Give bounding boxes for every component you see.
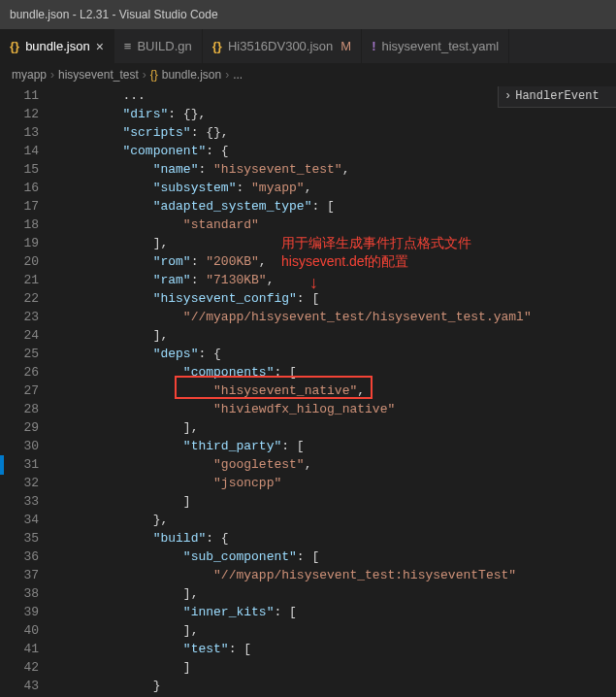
code-content[interactable]: ], bbox=[62, 621, 616, 640]
chevron-right-icon: › bbox=[504, 87, 511, 106]
code-content[interactable]: "hisysevent_config": [ bbox=[62, 289, 616, 308]
annotation-text: 用于编译生成事件打点格式文件 hisysevent.def的配置 bbox=[281, 234, 471, 271]
code-content[interactable]: ] bbox=[62, 492, 616, 511]
code-line[interactable]: 14 "component": { bbox=[0, 142, 616, 160]
code-content[interactable]: "standard" bbox=[62, 216, 616, 234]
code-line[interactable]: 28 "hiviewdfx_hilog_native" bbox=[0, 400, 616, 418]
code-line[interactable]: 24 ], bbox=[0, 326, 616, 345]
code-content[interactable]: "name": "hisysevent_test", bbox=[62, 160, 616, 179]
code-line[interactable]: 35 "build": { bbox=[0, 529, 616, 548]
code-content[interactable]: "//myapp/hisysevent_test/hisysevent_test… bbox=[62, 308, 616, 326]
tab-label: bundle.json bbox=[25, 39, 90, 53]
line-number: 19 bbox=[0, 234, 43, 252]
code-editor[interactable]: › HandlerEvent 用于编译生成事件打点格式文件 hisysevent… bbox=[0, 86, 616, 697]
code-content[interactable]: "scripts": {}, bbox=[62, 123, 616, 142]
code-content[interactable]: }, bbox=[62, 511, 616, 529]
code-line[interactable]: 26 "components": [ bbox=[0, 363, 616, 382]
code-content[interactable]: ], bbox=[62, 326, 616, 345]
json-icon: {} bbox=[212, 39, 222, 53]
outline-panel[interactable]: › HandlerEvent bbox=[498, 86, 616, 108]
code-line[interactable]: 17 "adapted_system_type": [ bbox=[0, 197, 616, 216]
code-content[interactable]: "sub_component": [ bbox=[62, 548, 616, 566]
close-icon[interactable]: × bbox=[96, 39, 104, 54]
outline-item-label: HandlerEvent bbox=[515, 87, 599, 106]
code-content[interactable]: "third_party": [ bbox=[62, 437, 616, 455]
code-content[interactable]: "deps": { bbox=[62, 345, 616, 363]
line-number: 17 bbox=[0, 197, 43, 216]
code-content[interactable]: ] bbox=[62, 658, 616, 677]
breadcrumb-part[interactable]: bundle.json bbox=[162, 68, 221, 82]
line-number: 26 bbox=[0, 363, 43, 382]
code-content[interactable]: "component": { bbox=[62, 142, 616, 160]
code-line[interactable]: 30 "third_party": [ bbox=[0, 437, 616, 455]
line-number: 36 bbox=[0, 548, 43, 566]
code-line[interactable]: 41 "test": [ bbox=[0, 640, 616, 658]
code-line[interactable]: 43 } bbox=[0, 677, 616, 695]
line-number: 43 bbox=[0, 677, 43, 695]
code-line[interactable]: 18 "standard" bbox=[0, 216, 616, 234]
line-number: 35 bbox=[0, 529, 43, 548]
code-content[interactable]: "inner_kits": [ bbox=[62, 603, 616, 621]
breadcrumb-part[interactable]: myapp bbox=[12, 68, 47, 82]
window-title: bundle.json - L2.31 - Visual Studio Code bbox=[10, 8, 218, 21]
chevron-right-icon: › bbox=[225, 68, 229, 82]
code-line[interactable]: 29 ], bbox=[0, 418, 616, 437]
line-number: 29 bbox=[0, 418, 43, 437]
line-number: 38 bbox=[0, 584, 43, 603]
code-content[interactable]: "//myapp/hisysevent_test:hisyseventTest" bbox=[62, 566, 616, 584]
line-number: 12 bbox=[0, 105, 43, 123]
code-line[interactable]: 23 "//myapp/hisysevent_test/hisysevent_t… bbox=[0, 308, 616, 326]
line-number: 16 bbox=[0, 179, 43, 197]
line-number: 40 bbox=[0, 621, 43, 640]
line-number: 18 bbox=[0, 216, 43, 234]
code-content[interactable]: "test": [ bbox=[62, 640, 616, 658]
tab-bundle-json[interactable]: {} bundle.json × bbox=[0, 29, 114, 63]
line-number: 39 bbox=[0, 603, 43, 621]
code-content[interactable]: "components": [ bbox=[62, 363, 616, 382]
tab-hisysevent-yaml[interactable]: ! hisysevent_test.yaml bbox=[362, 29, 509, 63]
code-line[interactable]: 40 ], bbox=[0, 621, 616, 640]
code-content[interactable]: "hisysevent_native", bbox=[62, 382, 616, 400]
code-line[interactable]: 13 "scripts": {}, bbox=[0, 123, 616, 142]
code-content[interactable]: "build": { bbox=[62, 529, 616, 548]
code-content[interactable]: "ram": "7130KB", bbox=[62, 271, 616, 289]
chevron-right-icon: › bbox=[50, 68, 54, 82]
code-content[interactable]: "hiviewdfx_hilog_native" bbox=[62, 400, 616, 418]
line-number: 41 bbox=[0, 640, 43, 658]
code-line[interactable]: 31 "googletest", bbox=[0, 455, 616, 474]
code-line[interactable]: 37 "//myapp/hisysevent_test:hisyseventTe… bbox=[0, 566, 616, 584]
code-content[interactable]: "jsoncpp" bbox=[62, 474, 616, 492]
line-number: 30 bbox=[0, 437, 43, 455]
breadcrumb-part[interactable]: hisysevent_test bbox=[58, 68, 139, 82]
code-line[interactable]: 34 }, bbox=[0, 511, 616, 529]
code-content[interactable]: "subsystem": "myapp", bbox=[62, 179, 616, 197]
code-line[interactable]: 33 ] bbox=[0, 492, 616, 511]
code-line[interactable]: 36 "sub_component": [ bbox=[0, 548, 616, 566]
code-content[interactable]: ], bbox=[62, 418, 616, 437]
json-icon: {} bbox=[10, 39, 19, 53]
code-line[interactable]: 27 "hisysevent_native", bbox=[0, 382, 616, 400]
code-content[interactable]: } bbox=[62, 677, 616, 695]
code-content[interactable]: ], bbox=[62, 584, 616, 603]
line-number: 42 bbox=[0, 658, 43, 677]
chevron-right-icon: › bbox=[143, 68, 146, 82]
code-line[interactable]: 32 "jsoncpp" bbox=[0, 474, 616, 492]
code-line[interactable]: 16 "subsystem": "myapp", bbox=[0, 179, 616, 197]
titlebar[interactable]: bundle.json - L2.31 - Visual Studio Code bbox=[0, 0, 616, 29]
code-content[interactable]: "googletest", bbox=[62, 455, 616, 474]
code-line[interactable]: 25 "deps": { bbox=[0, 345, 616, 363]
breadcrumb-part[interactable]: ... bbox=[233, 68, 243, 82]
line-number: 15 bbox=[0, 160, 43, 179]
line-number: 27 bbox=[0, 382, 43, 400]
tab-label: hisysevent_test.yaml bbox=[382, 39, 500, 53]
line-number: 20 bbox=[0, 252, 43, 271]
line-number: 33 bbox=[0, 492, 43, 511]
code-line[interactable]: 39 "inner_kits": [ bbox=[0, 603, 616, 621]
code-line[interactable]: 38 ], bbox=[0, 584, 616, 603]
code-line[interactable]: 15 "name": "hisysevent_test", bbox=[0, 160, 616, 179]
code-content[interactable]: "adapted_system_type": [ bbox=[62, 197, 616, 216]
code-line[interactable]: 42 ] bbox=[0, 658, 616, 677]
tab-hi3516-json[interactable]: {} Hi3516DV300.json M bbox=[203, 29, 362, 63]
tab-build-gn[interactable]: ≡ BUILD.gn bbox=[114, 29, 203, 63]
breadcrumb[interactable]: myapp › hisysevent_test › {} bundle.json… bbox=[0, 63, 616, 86]
